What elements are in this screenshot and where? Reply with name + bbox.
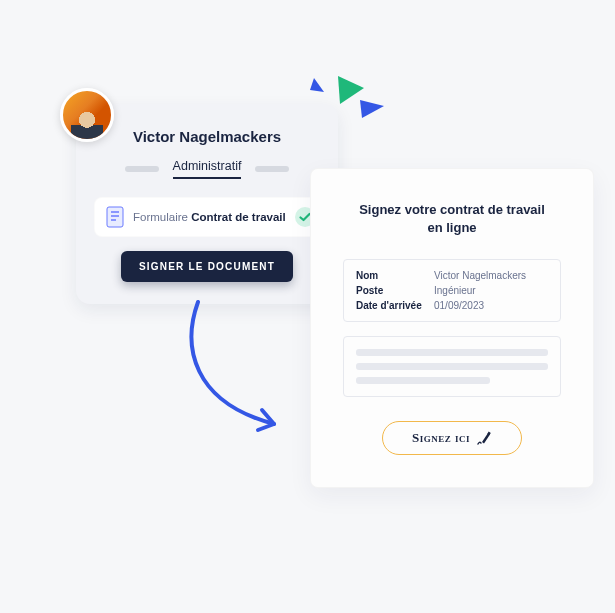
sign-document-button[interactable]: SIGNER LE DOCUMENT [121, 251, 293, 282]
tabs: Administratif [94, 159, 320, 179]
sign-here-label: Signez ici [412, 430, 470, 446]
sign-here-button[interactable]: Signez ici [382, 421, 522, 455]
document-title-line2: en ligne [427, 220, 476, 235]
form-row-text: Formulaire Contrat de travail [133, 211, 286, 223]
tab-placeholder-left[interactable] [125, 166, 159, 172]
info-label-nom: Nom [356, 270, 434, 281]
document-panel: Signez votre contrat de travail en ligne… [310, 168, 594, 488]
svg-marker-1 [338, 76, 364, 104]
form-label-bold: Contrat de travail [191, 211, 286, 223]
document-icon [105, 206, 125, 228]
text-line [356, 363, 548, 370]
text-line [356, 377, 490, 384]
info-block: Nom Victor Nagelmackers Poste Ingénieur … [343, 259, 561, 322]
arrow-swoosh [174, 294, 302, 444]
info-label-poste: Poste [356, 285, 434, 296]
info-row-poste: Poste Ingénieur [356, 285, 548, 296]
svg-marker-0 [310, 78, 324, 92]
document-title: Signez votre contrat de travail en ligne [343, 201, 561, 237]
tab-placeholder-right[interactable] [255, 166, 289, 172]
profile-card: Victor Nagelmackers Administratif Formul… [76, 104, 338, 304]
profile-name: Victor Nagelmackers [94, 128, 320, 145]
document-title-line1: Signez votre contrat de travail [359, 202, 545, 217]
svg-marker-2 [360, 100, 384, 118]
info-value-date: 01/09/2023 [434, 300, 484, 311]
contract-text-placeholder [343, 336, 561, 397]
info-value-nom: Victor Nagelmackers [434, 270, 526, 281]
info-label-date: Date d'arrivée [356, 300, 434, 311]
info-row-date: Date d'arrivée 01/09/2023 [356, 300, 548, 311]
svg-rect-3 [107, 207, 123, 227]
form-label-light: Formulaire [133, 211, 191, 223]
tab-administratif[interactable]: Administratif [173, 159, 242, 179]
pen-icon [476, 430, 492, 446]
avatar [60, 88, 114, 142]
info-row-nom: Nom Victor Nagelmackers [356, 270, 548, 281]
info-value-poste: Ingénieur [434, 285, 476, 296]
text-line [356, 349, 548, 356]
form-row-contrat[interactable]: Formulaire Contrat de travail [94, 197, 320, 237]
